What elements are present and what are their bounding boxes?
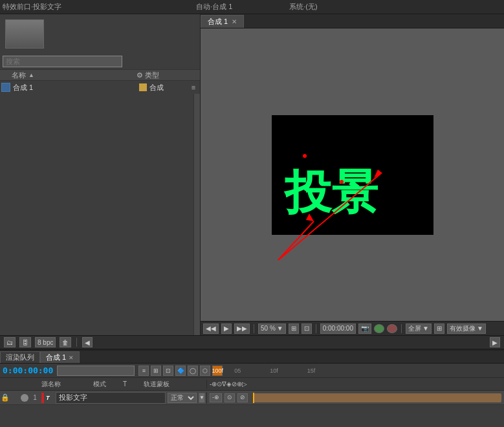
project-item-comp1[interactable]: 合成 1 合成 ≡ bbox=[0, 81, 200, 94]
timeline-timecode: 0:00:00:00 bbox=[3, 366, 53, 375]
layer-mode-arrow[interactable]: ▼ bbox=[199, 393, 205, 403]
topbar-text1: 特效前口·投影文字 bbox=[3, 2, 61, 12]
tl-layer-left: 🔒 1 T 投影文字 正常 ▼ bbox=[0, 392, 207, 404]
layer-fx-btn2[interactable]: ⊙ bbox=[225, 393, 235, 402]
layer-fx-btn1[interactable]: -⊕ bbox=[210, 393, 222, 402]
color-btn2[interactable] bbox=[387, 324, 397, 333]
fit-btn[interactable]: ⊞ bbox=[289, 323, 299, 334]
layer-bar bbox=[253, 393, 501, 402]
sort-icon: ▲ bbox=[28, 72, 34, 78]
left-panel: 名称 ▲ ⚙ 类型 合成 1 合成 ≡ bbox=[0, 14, 201, 335]
play-btn[interactable]: ▶ bbox=[221, 323, 232, 334]
viewer-tab-comp1[interactable]: 合成 1 ✕ bbox=[201, 15, 244, 28]
zoom-down-icon: ▼ bbox=[277, 325, 283, 332]
viewer-tabs: 合成 1 ✕ bbox=[201, 14, 504, 28]
timeline-area: 渲染队列 合成 1 ✕ 0:00:00:00 ≡ ⊞ ⊡ 🔷 ◯ ⬡ 100f … bbox=[0, 349, 504, 427]
tl-col-layer-name: 源名称 bbox=[41, 380, 61, 389]
tl-col-left-header: 源名称 模式 T 轨道蒙板 bbox=[0, 380, 207, 389]
safe-zone-btn[interactable]: ⊡ bbox=[301, 323, 312, 334]
sep-info1 bbox=[76, 338, 77, 347]
tl-col-right-header: -⊕⊙∇◈⊘⊕▷ bbox=[207, 380, 504, 388]
comp-text: 投景 bbox=[285, 169, 378, 215]
tl-toolbar-icons: ≡ ⊞ ⊡ 🔷 ◯ ⬡ 100f bbox=[138, 366, 223, 376]
main-layout: 名称 ▲ ⚙ 类型 合成 1 合成 ≡ bbox=[0, 14, 504, 335]
item-type-icon bbox=[139, 83, 147, 91]
effective-down-icon: ▼ bbox=[477, 325, 483, 332]
viewer-toolbar: ◀◀ ▶ ▶▶ 50 % ▼ ⊞ ⊡ 0:00:00:00 📷 全屏 ▼ ⊞ bbox=[201, 321, 504, 335]
sep3 bbox=[401, 324, 402, 333]
comp-icon bbox=[1, 83, 10, 92]
item-type: 合成 bbox=[149, 83, 188, 93]
tl-icon-7[interactable]: 100f bbox=[212, 366, 223, 376]
tl-icon-5[interactable]: ◯ bbox=[188, 366, 198, 376]
comp1-tab[interactable]: 合成 1 ✕ bbox=[40, 351, 80, 363]
timeline-search-input[interactable] bbox=[57, 366, 135, 376]
search-bar bbox=[0, 54, 200, 69]
media-browse-btn[interactable]: 🗂 bbox=[4, 337, 16, 347]
zoom-btn[interactable]: 50 % ▼ bbox=[258, 323, 286, 334]
search-input[interactable] bbox=[3, 56, 122, 67]
topbar-text3: 系统·(无) bbox=[289, 2, 317, 12]
comp-tab-close[interactable]: ✕ bbox=[69, 355, 74, 361]
grid-btn[interactable]: ⊞ bbox=[434, 323, 444, 334]
viewer-panel: 合成 1 ✕ 投景 ◀◀ bbox=[201, 14, 504, 335]
sep2 bbox=[316, 324, 316, 333]
mark-05: 05 bbox=[234, 367, 241, 374]
item-extra-icon: ≡ bbox=[188, 82, 199, 93]
tab-close-icon[interactable]: ✕ bbox=[232, 18, 237, 25]
scrollbar[interactable] bbox=[193, 94, 200, 335]
fullscreen-btn[interactable]: 全屏 ▼ bbox=[406, 323, 432, 334]
comp-canvas: 投景 bbox=[272, 115, 433, 235]
info-bar: 🗂 🎛 8 bpc 🗑 ◀ ▶ bbox=[0, 335, 504, 349]
tl-icon-2[interactable]: ⊞ bbox=[151, 366, 161, 376]
camera-icon-btn[interactable]: 📷 bbox=[358, 323, 371, 334]
col-name-header: 名称 ▲ bbox=[1, 71, 137, 80]
timeline-columns: 源名称 模式 T 轨道蒙板 -⊕⊙∇◈⊘⊕▷ bbox=[0, 378, 504, 391]
layer-type-icon: T bbox=[46, 394, 54, 402]
tl-col-mode: 模式 bbox=[93, 380, 106, 389]
nav-back-btn[interactable]: ◀ bbox=[82, 337, 93, 347]
layer-color-bar bbox=[41, 393, 44, 403]
tl-icon-6[interactable]: ⬡ bbox=[200, 366, 210, 376]
panel-scroll-area bbox=[0, 94, 200, 335]
tl-icon-1[interactable]: ≡ bbox=[138, 366, 149, 376]
tl-fx-header: -⊕⊙∇◈⊘⊕▷ bbox=[210, 380, 247, 388]
layer-name[interactable]: 投影文字 bbox=[56, 392, 166, 404]
fullscreen-down-icon: ▼ bbox=[422, 325, 429, 332]
tl-col-T: T bbox=[123, 380, 127, 388]
bpc-btn[interactable]: 8 bpc bbox=[35, 337, 56, 347]
preview-thumbnail bbox=[5, 19, 44, 49]
color-btn[interactable] bbox=[374, 324, 384, 333]
trash-btn[interactable]: 🗑 bbox=[60, 337, 71, 347]
tl-icon-4[interactable]: 🔷 bbox=[175, 366, 186, 376]
anchor-dot-2 bbox=[340, 180, 344, 184]
column-headers: 名称 ▲ ⚙ 类型 bbox=[0, 69, 200, 81]
timecode-display: 0:00:00:00 bbox=[320, 323, 356, 334]
effect-controls-btn[interactable]: 🎛 bbox=[19, 337, 31, 347]
nav-fwd-btn[interactable]: ▶ bbox=[490, 337, 500, 347]
item-name: 合成 1 bbox=[13, 83, 139, 93]
frame-back-btn[interactable]: ◀◀ bbox=[203, 323, 219, 334]
layer-shy-btn[interactable] bbox=[11, 394, 19, 402]
timeline-layer-1: 🔒 1 T 投影文字 正常 ▼ -⊕ ⊙ ⊘ bbox=[0, 391, 504, 405]
layer-vis-btn[interactable] bbox=[21, 394, 28, 402]
layer-lock-btn[interactable]: 🔒 bbox=[1, 394, 9, 402]
tl-layer-right: -⊕ ⊙ ⊘ bbox=[207, 393, 504, 403]
frame-fwd-btn[interactable]: ▶▶ bbox=[234, 323, 250, 334]
playhead bbox=[253, 393, 254, 403]
render-queue-tab[interactable]: 渲染队列 bbox=[0, 351, 40, 363]
top-bar: 特效前口·投影文字 自动·台成 1 系统·(无) bbox=[0, 0, 504, 14]
topbar-text2: 自动·台成 1 bbox=[196, 2, 232, 12]
layer-mode-select[interactable]: 正常 bbox=[168, 393, 197, 403]
tl-ruler-header: 05 10f 15f bbox=[229, 367, 501, 374]
viewer-area: 投景 bbox=[201, 28, 504, 321]
sep1 bbox=[254, 324, 254, 333]
layer-fx-btn3[interactable]: ⊘ bbox=[237, 393, 248, 402]
tl-icon-3[interactable]: ⊡ bbox=[163, 366, 173, 376]
mark-15f: 15f bbox=[307, 367, 316, 374]
type-icon: ⚙ bbox=[137, 71, 143, 80]
project-panel: 名称 ▲ ⚙ 类型 合成 1 合成 ≡ bbox=[0, 14, 200, 335]
effective-btn[interactable]: 有效摄像 ▼ bbox=[447, 323, 486, 334]
layer-timeline-bar-area bbox=[253, 393, 501, 403]
layer-num: 1 bbox=[30, 394, 39, 401]
